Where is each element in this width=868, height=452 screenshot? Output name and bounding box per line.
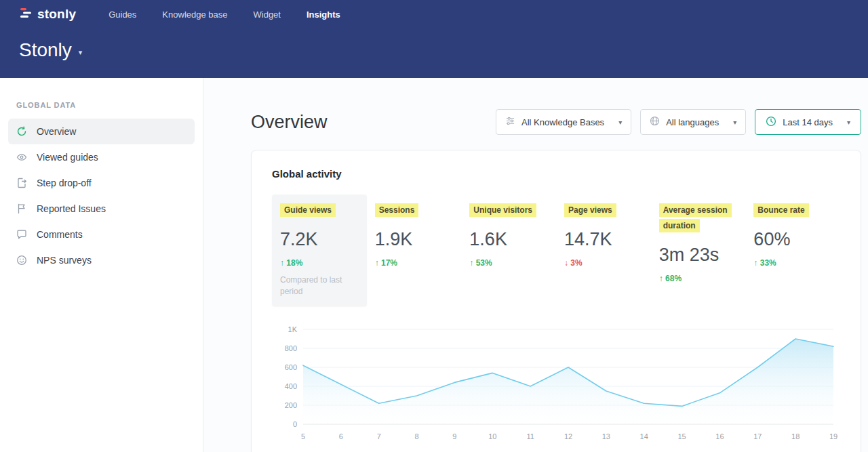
nav-widget[interactable]: Widget <box>254 9 281 20</box>
metric-delta: ↑ 68% <box>659 274 738 283</box>
sidebar-item-step-drop-off[interactable]: Step drop-off <box>8 170 195 196</box>
sidebar-item-overview[interactable]: Overview <box>8 119 195 144</box>
svg-text:18: 18 <box>791 432 800 440</box>
metric-note: Compared to last period <box>280 274 359 298</box>
sliders-icon <box>505 116 515 128</box>
svg-text:800: 800 <box>285 344 297 352</box>
comment-icon <box>16 229 27 240</box>
global-activity-card: Global activity Guide views 7.2K ↑ 18% C… <box>251 150 861 452</box>
metric-sessions[interactable]: Sessions 1.9K ↑ 17% <box>367 194 462 306</box>
metrics-row: Guide views 7.2K ↑ 18% Compared to last … <box>272 194 840 306</box>
smiley-icon <box>16 255 27 266</box>
svg-text:16: 16 <box>715 432 724 440</box>
svg-text:19: 19 <box>829 432 837 440</box>
metric-value: 1.9K <box>375 229 454 250</box>
svg-text:10: 10 <box>488 432 496 440</box>
metric-unique-visitors[interactable]: Unique visitors 1.6K ↑ 53% <box>461 194 556 306</box>
trend-arrow-icon: ↑ <box>469 258 473 268</box>
nav-insights[interactable]: Insights <box>307 9 340 20</box>
svg-text:400: 400 <box>285 382 297 390</box>
metric-label: Unique visitors <box>469 203 536 217</box>
svg-text:6: 6 <box>339 432 343 440</box>
svg-text:14: 14 <box>640 432 648 440</box>
metric-delta: ↑ 53% <box>469 258 548 268</box>
main-header: Overview All Knowledge Bases ▾ All langu… <box>251 109 861 135</box>
metric-label: Guide views <box>280 203 336 217</box>
refresh-icon <box>16 126 27 137</box>
sidebar-item-label: NPS surveys <box>37 255 92 266</box>
svg-text:200: 200 <box>285 401 297 409</box>
metric-label: Sessions <box>375 203 419 217</box>
svg-text:7: 7 <box>377 432 381 440</box>
svg-text:5: 5 <box>301 432 305 440</box>
metric-page-views[interactable]: Page views 14.7K ↓ 3% <box>556 194 651 306</box>
chevron-down-icon: ▾ <box>733 119 736 126</box>
svg-text:600: 600 <box>285 363 297 371</box>
nav-guides[interactable]: Guides <box>108 9 136 20</box>
metric-value: 60% <box>753 229 832 250</box>
stonly-logo[interactable]: stonly <box>19 6 76 22</box>
nav-knowledge-base[interactable]: Knowledge base <box>162 9 227 20</box>
svg-text:11: 11 <box>526 432 534 440</box>
metric-delta: ↑ 18% <box>280 258 359 268</box>
main-panel: Overview All Knowledge Bases ▾ All langu… <box>203 78 868 452</box>
date-range-dropdown[interactable]: Last 14 days ▾ <box>755 109 861 135</box>
knowledge-bases-value: All Knowledge Bases <box>521 117 604 127</box>
trend-arrow-icon: ↑ <box>753 258 757 268</box>
app-header: stonly Guides Knowledge base Widget Insi… <box>0 0 868 78</box>
stonly-logo-icon <box>19 6 33 22</box>
sidebar-item-label: Overview <box>37 126 76 137</box>
flag-icon <box>16 203 27 214</box>
metric-value: 14.7K <box>564 229 643 250</box>
step-dropoff-icon <box>16 178 27 188</box>
content: GLOBAL DATA Overview Viewed guides Step … <box>0 78 868 452</box>
metric-delta: ↑ 33% <box>753 258 832 268</box>
svg-text:12: 12 <box>564 432 572 440</box>
area-chart-svg: 02004006008001K5678910111213141516171819 <box>272 323 842 445</box>
svg-text:1K: 1K <box>288 325 298 333</box>
metric-label: Page views <box>564 203 616 217</box>
sidebar-item-label: Comments <box>37 229 83 240</box>
metric-value: 1.6K <box>469 229 548 250</box>
languages-value: All languages <box>666 117 719 127</box>
metric-delta: ↓ 3% <box>564 258 643 268</box>
trend-arrow-icon: ↑ <box>280 258 284 268</box>
metric-guide-views[interactable]: Guide views 7.2K ↑ 18% Compared to last … <box>272 194 367 306</box>
sidebar-item-reported-issues[interactable]: Reported Issues <box>8 196 195 222</box>
svg-text:13: 13 <box>602 432 610 440</box>
sidebar-item-label: Viewed guides <box>37 152 98 163</box>
sidebar-item-viewed-guides[interactable]: Viewed guides <box>8 144 195 170</box>
date-range-value: Last 14 days <box>783 117 833 127</box>
clock-icon <box>766 116 776 129</box>
svg-text:8: 8 <box>415 432 419 440</box>
eye-icon <box>16 152 27 163</box>
knowledge-bases-dropdown[interactable]: All Knowledge Bases ▾ <box>496 109 631 135</box>
languages-dropdown[interactable]: All languages ▾ <box>640 109 746 135</box>
sidebar: GLOBAL DATA Overview Viewed guides Step … <box>0 78 203 452</box>
trend-arrow-icon: ↑ <box>659 274 663 283</box>
metric-label: Bounce rate <box>753 203 808 217</box>
chevron-down-icon: ▾ <box>847 119 850 126</box>
metric-bounce-rate[interactable]: Bounce rate 60% ↑ 33% <box>745 194 840 306</box>
card-title: Global activity <box>272 168 840 180</box>
metric-average-session-duration[interactable]: Average session duration 3m 23s ↑ 68% <box>651 194 746 306</box>
trend-arrow-icon: ↑ <box>375 258 379 268</box>
metric-delta: ↑ 17% <box>375 258 454 268</box>
svg-text:0: 0 <box>293 420 297 428</box>
metric-label: Average session duration <box>659 203 732 232</box>
stonly-logo-text: stonly <box>37 7 76 22</box>
sidebar-item-label: Reported Issues <box>37 203 106 214</box>
metric-value: 7.2K <box>280 229 359 250</box>
sidebar-item-nps-surveys[interactable]: NPS surveys <box>8 247 195 273</box>
svg-text:15: 15 <box>677 432 686 440</box>
top-nav-links: Guides Knowledge base Widget Insights <box>108 9 340 20</box>
metric-value: 3m 23s <box>659 245 738 266</box>
svg-text:9: 9 <box>452 432 456 440</box>
sidebar-section-label: GLOBAL DATA <box>16 101 203 109</box>
filters: All Knowledge Bases ▾ All languages ▾ La… <box>496 109 861 135</box>
workspace-dropdown-caret-icon[interactable]: ▾ <box>79 48 83 57</box>
sidebar-item-comments[interactable]: Comments <box>8 222 195 247</box>
chevron-down-icon: ▾ <box>618 119 622 126</box>
workspace-row: Stonly ▾ <box>19 39 849 61</box>
svg-text:17: 17 <box>753 432 762 440</box>
